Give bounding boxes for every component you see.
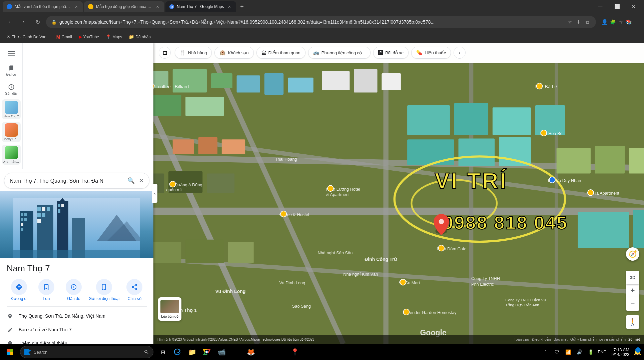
- bookmark-gmail[interactable]: M Gmail: [54, 33, 75, 41]
- place-info-scroll[interactable]: Nam Thọ 7 Đường đi: [0, 258, 153, 344]
- zoom-out-button[interactable]: −: [626, 297, 639, 311]
- share-button[interactable]: Chia sẻ: [122, 279, 147, 301]
- send-phone-button[interactable]: Gửi tới điện thoại: [89, 279, 119, 301]
- taskbar-search-bar[interactable]: Search: [20, 346, 153, 358]
- info-add-place[interactable]: Thêm địa điểm bị thiếu: [7, 337, 147, 344]
- compass[interactable]: 🧭: [626, 247, 639, 261]
- taskbar-firefox[interactable]: 🦊: [244, 345, 257, 359]
- filter-attraction[interactable]: 🏛 Điểm tham quan: [256, 47, 305, 59]
- bookmark-maps[interactable]: 📍 Maps: [103, 33, 125, 41]
- clear-button[interactable]: ✕: [139, 177, 144, 184]
- bookmark-youtube[interactable]: ▶ YouTube: [76, 33, 102, 41]
- location-icon: [7, 313, 13, 320]
- map-type-toggle[interactable]: ⊞: [159, 47, 171, 59]
- filter-pharmacy[interactable]: 💊 Hiệu thuốc: [411, 47, 451, 59]
- save-label: Lưu: [43, 296, 50, 301]
- close-button[interactable]: ✕: [626, 1, 641, 12]
- save-button[interactable]: Lưu: [34, 279, 59, 301]
- sidebar-place-item[interactable]: Nam Thọ 7: [2, 99, 21, 119]
- tab-2-close[interactable]: ✕: [155, 4, 160, 9]
- footer-link-3[interactable]: Báo mắt: [554, 337, 568, 342]
- street-view-button[interactable]: 🚶: [626, 315, 639, 329]
- filter-transit[interactable]: 🚌 Phương tiện công cộ...: [308, 47, 371, 59]
- ong-thang-thumbnail: [5, 146, 18, 159]
- filter-parking[interactable]: 🅿 Bãi đỗ xe: [373, 47, 409, 59]
- filter-more-button[interactable]: ›: [454, 47, 466, 59]
- split-view-icon[interactable]: ⧉: [584, 19, 591, 25]
- taskbar-camera[interactable]: 📹: [215, 345, 228, 359]
- sidebar-saved-button[interactable]: Đã lưu: [3, 61, 19, 79]
- refresh-button[interactable]: ↻: [32, 16, 43, 28]
- taskbar-files[interactable]: 🗂: [229, 345, 243, 359]
- profile-icon[interactable]: 👤: [601, 19, 608, 25]
- tab-1-close[interactable]: ✕: [73, 4, 79, 9]
- map-layers-icon[interactable]: ⊞: [159, 47, 171, 59]
- tray-battery[interactable]: 🔋: [586, 345, 596, 359]
- directions-button[interactable]: Đường đi: [7, 279, 31, 301]
- new-tab-button[interactable]: +: [237, 2, 247, 11]
- maps-left-panel: Đã lưu Gần đây Nam Thọ 7: [0, 43, 153, 344]
- bookmark-mail[interactable]: ✉ Thư - Canh Do Van...: [4, 33, 52, 41]
- search-icon[interactable]: 🔍: [127, 177, 135, 184]
- tray-shield[interactable]: 🛡: [552, 345, 562, 359]
- 3d-button[interactable]: 3D: [626, 271, 639, 284]
- search-bar[interactable]: 🔍 ✕: [4, 173, 149, 189]
- notification-button[interactable]: 🔔 1: [633, 345, 641, 359]
- footer-link-2[interactable]: Điều khoản: [532, 337, 551, 342]
- zoom-in-button[interactable]: +: [626, 284, 639, 297]
- system-clock[interactable]: 7:13 AM 9/14/2023: [609, 347, 632, 357]
- bookmark-star-icon[interactable]: ☆: [567, 19, 573, 25]
- footer-link-1[interactable]: Toàn cầu: [514, 337, 529, 342]
- settings-icon[interactable]: ⋯: [633, 19, 640, 25]
- taskbar-mail[interactable]: ✉: [273, 345, 287, 359]
- back-button[interactable]: ‹: [4, 16, 15, 28]
- close-panel-button[interactable]: ‹: [152, 184, 157, 203]
- tab-3[interactable]: M Nam Thọ 7 - Google Maps ✕: [165, 1, 236, 12]
- taskbar-search-text: Search: [34, 350, 141, 355]
- favorites-icon[interactable]: ☆: [617, 19, 624, 25]
- maximize-button[interactable]: ⬜: [609, 1, 625, 12]
- sidebar-recent-button[interactable]: Gần đây: [3, 80, 19, 98]
- sidebar-cherry-hotel[interactable]: Cherry Hotel Huế: [2, 122, 21, 142]
- info-location[interactable]: Thọ Quang, Sơn Trà, Đà Nẵng, Việt Nam: [7, 309, 147, 323]
- nearby-button[interactable]: Gần đó: [61, 279, 86, 301]
- svg-point-115: [404, 309, 410, 315]
- tray-network[interactable]: 📶: [563, 345, 574, 359]
- tray-language[interactable]: ENG: [597, 345, 608, 359]
- tab-2[interactable]: Mẫu hợp đồng góp vốn mua đất... ✕: [84, 1, 164, 12]
- collections-icon[interactable]: 📚: [625, 19, 632, 25]
- download-icon[interactable]: ⬇: [575, 19, 582, 25]
- filter-restaurant[interactable]: 🍴 Nhà hàng: [175, 47, 212, 59]
- svg-rect-42: [211, 73, 232, 88]
- url-bar[interactable]: 🔒 google.com/maps/place/Nam+Thọ+7,+Thọ+Q…: [46, 16, 596, 28]
- minimize-button[interactable]: ─: [593, 1, 608, 12]
- filter-hotel[interactable]: 🏨 Khách sạn: [214, 47, 253, 59]
- map-area[interactable]: ⊞ 🍴 Nhà hàng 🏨 Khách sạn 🏛 Điểm tham qua…: [153, 43, 644, 344]
- tab-1[interactable]: Mẫu văn bản thỏa thuận phân chia... ✕: [3, 1, 83, 12]
- extensions-icon[interactable]: 🧩: [609, 19, 616, 25]
- tray-volume[interactable]: 🔊: [574, 345, 585, 359]
- taskbar-settings[interactable]: ⚙: [303, 345, 316, 359]
- forward-button[interactable]: ›: [18, 16, 29, 28]
- search-input[interactable]: [10, 178, 123, 184]
- tab-3-close[interactable]: ✕: [227, 4, 232, 9]
- taskbar-file-explorer[interactable]: 📁: [185, 345, 199, 359]
- sidebar-menu-button[interactable]: [3, 47, 19, 60]
- start-button[interactable]: [3, 345, 17, 359]
- info-report[interactable]: Báo sự cố về Nam Thọ 7: [7, 323, 147, 337]
- tray-up-arrow[interactable]: ⌃: [540, 345, 551, 359]
- svg-rect-51: [407, 105, 450, 135]
- footer-link-4[interactable]: Gửi ý kiến phản hồi về sản phẩm: [570, 337, 626, 342]
- address-bar: ‹ › ↻ 🔒 google.com/maps/place/Nam+Thọ+7,…: [0, 13, 644, 31]
- browser-window: Mẫu văn bản thỏa thuận phân chia... ✕ Mẫ…: [0, 0, 644, 360]
- taskbar-task-view[interactable]: ⊞: [156, 345, 169, 359]
- layer-toggle-button[interactable]: Lớp bản đồ: [158, 297, 181, 321]
- sidebar-ong-thang[interactable]: Ông Thắng Nr: [2, 145, 21, 165]
- taskbar-chrome[interactable]: [200, 345, 213, 359]
- taskbar-edge[interactable]: [171, 345, 184, 359]
- taskbar-maps-app[interactable]: 📍: [288, 345, 301, 359]
- svg-rect-16: [42, 213, 45, 217]
- bookmark-imported[interactable]: 📁 Đã nhập: [126, 33, 153, 41]
- taskbar-store[interactable]: 🛍: [259, 345, 272, 359]
- svg-rect-64: [153, 242, 181, 263]
